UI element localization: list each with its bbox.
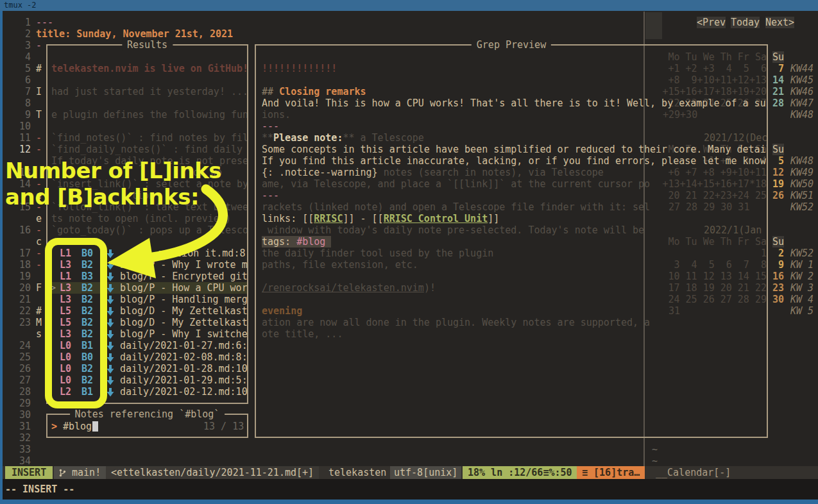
buffer-margin-char: F bbox=[36, 282, 42, 294]
calendar-week-number: KW 2 bbox=[790, 271, 814, 282]
line-number: 23 bbox=[6, 317, 31, 328]
line-number: 21 bbox=[6, 294, 31, 305]
prompt-caret: > bbox=[51, 421, 57, 432]
tmux-session-title: tmux -2 bbox=[4, 1, 37, 10]
empty-line-tilde: ~ bbox=[652, 444, 658, 455]
buffer-margin-char: I bbox=[36, 86, 42, 97]
mode-indicator: INSERT bbox=[5, 466, 53, 479]
line-number: 5 bbox=[6, 63, 31, 74]
calendar-sunday-day[interactable]: 12 bbox=[772, 167, 784, 178]
line-number: 29 bbox=[6, 398, 31, 409]
results-panel-title: Results bbox=[122, 39, 173, 51]
buffer-text-fragment: title: Sunday, November 21st, 2021 bbox=[36, 28, 233, 40]
calendar-prev-button[interactable]: <Prev bbox=[697, 17, 726, 28]
calendar-sunday-day[interactable]: 7 bbox=[772, 63, 784, 74]
line-number: 27 bbox=[6, 374, 31, 386]
buffer-margin-char: T bbox=[36, 109, 42, 121]
line-number: 3 bbox=[6, 40, 31, 51]
calendar-sunday-day[interactable]: 21 bbox=[772, 86, 784, 97]
prompt-result-counter: 13 / 13 bbox=[203, 421, 244, 432]
line-number: 20 bbox=[6, 282, 31, 294]
preview-panel-border: Grep Preview bbox=[255, 44, 768, 438]
line-number: 33 bbox=[6, 444, 31, 455]
line-number: 26 bbox=[6, 363, 31, 374]
line-number: 19 bbox=[6, 271, 31, 282]
line-number: 2 bbox=[6, 28, 31, 40]
calendar-week-number: KW45 bbox=[790, 74, 814, 86]
git-branch-segment: main! bbox=[54, 466, 106, 479]
terminal-border-left bbox=[0, 11, 3, 504]
git-branch-icon bbox=[59, 469, 66, 477]
line-number: 16 bbox=[6, 224, 31, 236]
calendar-sunday-header: Su bbox=[772, 236, 784, 248]
buffer-margin-char: - bbox=[36, 144, 42, 155]
calendar-sunday-day[interactable]: 2 bbox=[772, 248, 784, 259]
line-number: 8 bbox=[6, 97, 31, 109]
buffer-margin-char: # bbox=[36, 63, 42, 74]
line-number: 4 bbox=[6, 51, 31, 63]
calendar-week-number: KW47 bbox=[790, 97, 814, 109]
buffer-text-fragment: - bbox=[36, 40, 42, 51]
buffer-indicator: ≡ [16]tra… bbox=[577, 466, 645, 479]
calendar-sunday-day[interactable]: 23 bbox=[772, 282, 784, 294]
line-number: 10 bbox=[6, 121, 31, 132]
buffer-margin-char: M bbox=[36, 317, 42, 328]
command-line-area: -- INSERT -- bbox=[0, 479, 818, 500]
line-number: 30 bbox=[6, 409, 31, 421]
calendar-week-number: KW46 bbox=[790, 86, 814, 97]
calendar-sunday-day[interactable]: 28 bbox=[772, 97, 784, 109]
cursor-position-indicator: 18% ln :12/66≡%:50 bbox=[463, 466, 577, 479]
terminal-border-bottom bbox=[0, 500, 818, 504]
line-number: 11 bbox=[6, 132, 31, 144]
prompt-query-input[interactable]: #blog bbox=[63, 421, 92, 432]
line-number: 17 bbox=[6, 248, 31, 259]
buffer-margin-char: c bbox=[36, 236, 42, 248]
buffer-margin-char: - bbox=[36, 259, 42, 271]
calendar-sunday-day[interactable]: 30 bbox=[772, 294, 784, 305]
file-path: <ettelkasten/daily/2021-11-21.md[+] bbox=[106, 466, 319, 479]
line-number: 25 bbox=[6, 351, 31, 363]
buffer-margin-char: - bbox=[36, 132, 42, 144]
calendar-gutter bbox=[645, 12, 662, 39]
line-number: 9 bbox=[6, 109, 31, 121]
calendar-week-number: KW48 bbox=[790, 109, 814, 121]
calendar-sunday-day[interactable]: 19 bbox=[772, 178, 784, 190]
empty-line-tilde: ~ bbox=[652, 455, 658, 467]
calendar-next-button[interactable]: Next> bbox=[765, 17, 794, 28]
statusline: INSERT main! <ettelkasten/daily/2021-11-… bbox=[0, 466, 818, 479]
line-number: 24 bbox=[6, 340, 31, 351]
calendar-week-number: KW49 bbox=[790, 167, 814, 178]
preview-panel-title: Grep Preview bbox=[472, 39, 551, 51]
calendar-sunday-day[interactable]: 14 bbox=[772, 74, 784, 86]
calendar-week-number: KW 3 bbox=[790, 282, 814, 294]
prompt-panel-title: Notes referencing `#blog` bbox=[70, 408, 225, 420]
line-number: 18 bbox=[6, 259, 31, 271]
calendar-sunday-day[interactable]: 5 bbox=[772, 155, 784, 167]
tmux-status-bar: tmux -2 bbox=[0, 0, 818, 11]
line-number: 22 bbox=[6, 305, 31, 317]
calendar-sunday-day[interactable]: 9 bbox=[772, 259, 784, 271]
calendar-sunday-day[interactable]: 16 bbox=[772, 271, 784, 282]
annotation-text-line1: Number of [L]inks bbox=[5, 158, 221, 184]
line-number: 6 bbox=[6, 74, 31, 86]
terminal-screen: tmux -2 1---2title: Sunday, November 21s… bbox=[0, 0, 818, 504]
calendar-week-number: KW48 bbox=[790, 155, 814, 167]
calendar-week-number: KW 4 bbox=[790, 294, 814, 305]
line-number: 1 bbox=[6, 17, 31, 28]
calendar-sunday-day[interactable]: 26 bbox=[772, 190, 784, 201]
line-number: 31 bbox=[6, 421, 31, 432]
encoding-indicator: utf-8[unix] bbox=[390, 466, 461, 479]
line-number: 7 bbox=[6, 86, 31, 97]
calendar-week-number: KW52 bbox=[790, 201, 814, 213]
buffer-margin-char: e bbox=[36, 213, 42, 224]
annotation-text-line2: and [B]acklinks: bbox=[5, 184, 199, 210]
buffer-margin-char: s bbox=[36, 328, 42, 340]
text-cursor bbox=[92, 421, 98, 432]
mode-message: -- INSERT -- bbox=[5, 483, 74, 496]
calendar-week-number: KW44 bbox=[790, 63, 814, 74]
calendar-today-button[interactable]: Today bbox=[731, 17, 760, 28]
calendar-week-number: KW51 bbox=[790, 190, 814, 201]
line-number: 32 bbox=[6, 432, 31, 444]
calendar-week-number: KW 1 bbox=[790, 259, 814, 271]
calendar-week-number: KW50 bbox=[790, 178, 814, 190]
